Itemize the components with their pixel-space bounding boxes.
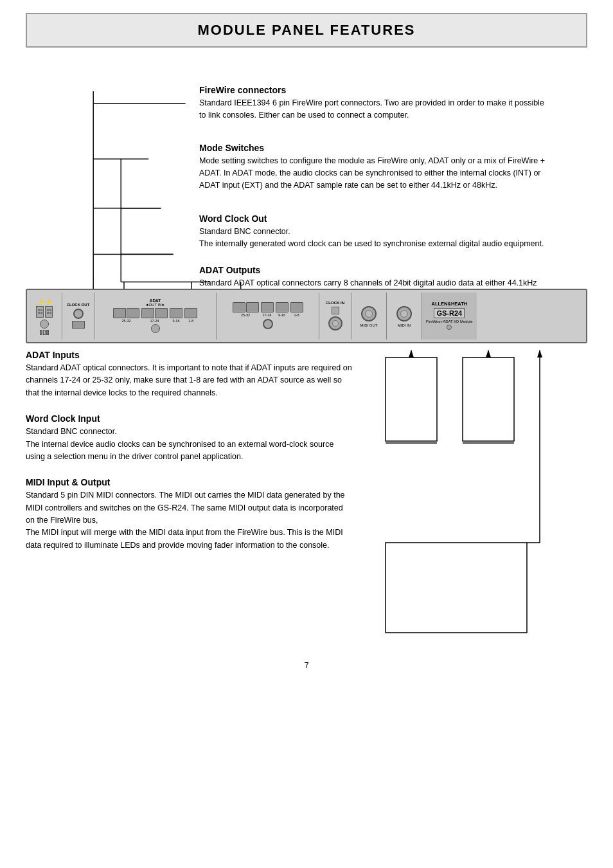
word-clock-out-text2: The internally generated word clock can … <box>199 238 544 250</box>
mode-switches-title: Mode Switches <box>199 143 546 153</box>
page-title: MODULE PANEL FEATURES <box>197 22 415 38</box>
page: MODULE PANEL FEATURES <box>0 0 613 868</box>
panel-strip: ⚡⚡ <box>26 289 587 343</box>
svg-marker-23 <box>486 350 491 357</box>
brand-panel-section: ALLEN&HEATH GS-R24 FireWire+ADAT I/O Mod… <box>422 293 477 339</box>
adat-inputs-title: ADAT Inputs <box>26 350 353 360</box>
adat-out-label: ADAT <box>150 298 161 303</box>
model-label: GS-R24 <box>434 308 465 318</box>
adat-out-sub: ◄OUT IN► <box>145 303 165 307</box>
word-clock-input-block: Word Clock Input Standard BNC connector.… <box>26 413 353 463</box>
mode-switches-text: Mode setting switches to configure the m… <box>199 155 546 191</box>
clock-out-panel-section: CLOCK OUT <box>62 293 94 339</box>
midi-out-label: MIDI OUT <box>360 323 378 327</box>
word-clock-out-title: Word Clock Out <box>199 213 544 224</box>
svg-marker-20 <box>409 350 414 357</box>
adat-in-panel-section: 25-32 17-24 9-16 <box>217 293 319 339</box>
firewire-title: FireWire connectors <box>199 85 546 95</box>
bottom-left: ADAT Inputs Standard ADAT optical connec… <box>26 350 373 641</box>
bottom-right <box>373 350 587 641</box>
midi-block: MIDI Input & Output Standard 5 pin DIN M… <box>26 477 353 552</box>
midi-in-panel-section: MIDI IN <box>387 293 422 339</box>
firewire-block: FireWire connectors Standard IEEE1394 6 … <box>199 85 546 122</box>
page-number: 7 <box>26 660 587 670</box>
clock-in-panel-section: CLOCK IN <box>319 293 351 339</box>
adat-inputs-text: Standard ADAT optical connectors. It is … <box>26 362 353 399</box>
firewire-panel-section: ⚡⚡ <box>27 293 62 339</box>
adat-out-panel-section: ADAT ◄OUT IN► 25-32 <box>94 293 217 339</box>
bottom-arrows-svg <box>373 350 565 639</box>
word-clock-input-text2: The internal device audio clocks can be … <box>26 439 353 464</box>
clock-in-label: CLOCK IN <box>326 301 344 305</box>
svg-rect-21 <box>386 357 437 441</box>
svg-rect-29 <box>386 543 527 633</box>
diagram-area: FireWire connectors Standard IEEE1394 6 … <box>26 67 587 343</box>
midi-in-label: MIDI IN <box>398 323 411 327</box>
title-box: MODULE PANEL FEATURES <box>26 13 587 48</box>
brand-label: ALLEN&HEATH <box>431 301 467 307</box>
module-label: FireWire+ADAT I/O Module <box>426 320 473 323</box>
adat-inputs-block: ADAT Inputs Standard ADAT optical connec… <box>26 350 353 399</box>
svg-rect-24 <box>463 357 514 441</box>
word-clock-input-title: Word Clock Input <box>26 413 353 424</box>
word-clock-input-text1: Standard BNC connector. <box>26 426 353 438</box>
midi-title: MIDI Input & Output <box>26 477 353 487</box>
mode-switches-block: Mode Switches Mode setting switches to c… <box>199 143 546 191</box>
midi-text: Standard 5 pin DIN MIDI connectors. The … <box>26 489 353 552</box>
bottom-section: ADAT Inputs Standard ADAT optical connec… <box>26 350 587 641</box>
firewire-text: Standard IEEE1394 6 pin FireWire port co… <box>199 97 546 122</box>
svg-marker-26 <box>537 350 542 357</box>
adat-outputs-title: ADAT Outputs <box>199 265 546 275</box>
word-clock-out-text1: Standard BNC connector. <box>199 226 544 238</box>
clock-out-label: CLOCK OUT <box>67 303 90 307</box>
word-clock-out-block: Word Clock Out Standard BNC connector. T… <box>199 213 544 250</box>
midi-out-panel-section: MIDI OUT <box>351 293 387 339</box>
